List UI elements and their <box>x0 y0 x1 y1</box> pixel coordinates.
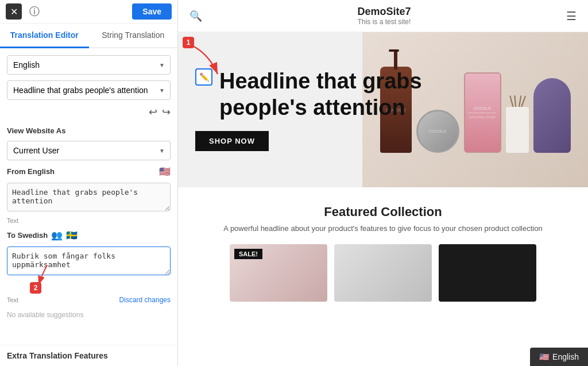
site-subtitle: This is a test site! <box>202 18 566 26</box>
tabs-container: Translation Editor String Translation <box>0 24 177 48</box>
english-flag-icon: 🇺🇸 <box>539 352 549 361</box>
product-card-2[interactable] <box>334 244 432 302</box>
product-card-1[interactable]: SALE! <box>230 244 327 302</box>
redo-button[interactable]: ↪ <box>162 106 171 118</box>
to-swedish-textarea[interactable]: Rubrik som fångar folks uppmärksamhet <box>7 246 171 275</box>
people-icon: 👥 <box>51 230 63 241</box>
string-select[interactable]: Headline that grabs people's attention S… <box>7 80 171 100</box>
hamburger-icon[interactable]: ☰ <box>566 9 577 23</box>
left-panel: ✕ ⓘ Save Translation Editor String Trans… <box>0 0 178 366</box>
right-panel: 🔍 DemoSite7 This is a test site! ☰ 1 ✏️ … <box>178 0 588 366</box>
panel-header: ✕ ⓘ Save <box>0 0 177 24</box>
from-english-textarea[interactable]: Headline that grabs people's attention <box>7 183 171 211</box>
annotation-badge-1: 1 <box>183 37 194 48</box>
current-user-select[interactable]: Current User Guest Admin <box>7 141 171 160</box>
shop-now-button[interactable]: SHOP NOW <box>195 131 269 151</box>
from-english-label-text: From English <box>7 167 55 176</box>
undo-redo-toolbar: ↩ ↪ <box>7 106 171 118</box>
discard-changes-link[interactable]: Discard changes <box>119 296 171 304</box>
site-header: 🔍 DemoSite7 This is a test site! ☰ <box>178 0 588 32</box>
extra-features-label: Extra Translation Features <box>0 345 177 366</box>
featured-subtitle: A powerful headline about your product's… <box>189 224 577 233</box>
sale-badge: SALE! <box>234 249 262 259</box>
english-badge-label: English <box>552 352 579 361</box>
annotation-1-arrow <box>186 43 232 83</box>
to-swedish-label-text: To Swedish <box>7 231 48 240</box>
close-button[interactable]: ✕ <box>6 3 22 20</box>
from-english-header: From English 🇺🇸 <box>7 166 171 177</box>
panel-body: English Swedish French Headline that gra… <box>0 48 177 345</box>
no-suggestions-text: No available suggestions <box>7 311 171 319</box>
annotation-badge-2: 2 <box>30 282 41 294</box>
featured-title: Featured Collection <box>189 205 577 219</box>
discard-row: Text Discard changes <box>7 296 171 304</box>
info-button[interactable]: ⓘ <box>26 3 42 20</box>
hero-section: 1 ✏️ Headline that grabspeople's attenti… <box>178 32 588 187</box>
search-icon[interactable]: 🔍 <box>189 10 202 22</box>
swedish-flag-icon: 🇸🇪 <box>66 230 78 241</box>
english-badge[interactable]: 🇺🇸 English <box>530 348 588 366</box>
product-jar-tall: COCOLO NATURAL SOAP <box>464 72 501 153</box>
tab-translation-editor[interactable]: Translation Editor <box>0 24 89 48</box>
language-select[interactable]: English Swedish French <box>7 55 171 75</box>
annotation-2-wrapper: Rubrik som fångar folks uppmärksamhet 2 <box>7 246 171 278</box>
save-button[interactable]: Save <box>132 3 172 20</box>
hero-headline: Headline that grabspeople's attention <box>219 68 422 121</box>
tab-string-translation[interactable]: String Translation <box>89 24 178 48</box>
from-type-label: Text <box>7 217 171 224</box>
to-type-label: Text <box>7 296 18 303</box>
current-user-select-wrapper[interactable]: Current User Guest Admin <box>7 141 171 160</box>
featured-section: Featured Collection A powerful headline … <box>178 187 588 313</box>
to-swedish-header: To Swedish 👥 🇸🇪 <box>7 230 171 241</box>
us-flag-icon: 🇺🇸 <box>159 166 171 177</box>
product-grid: SALE! <box>189 244 577 302</box>
string-select-wrapper[interactable]: Headline that grabs people's attention S… <box>7 80 171 100</box>
product-lavender <box>533 78 571 153</box>
view-website-as-label: View Website As <box>7 126 171 135</box>
product-card-3[interactable] <box>439 244 536 302</box>
site-title-block: DemoSite7 This is a test site! <box>202 6 566 26</box>
undo-button[interactable]: ↩ <box>149 106 157 118</box>
annotation-1-badge-wrapper: 1 <box>183 37 194 48</box>
product-diffuser <box>506 90 529 153</box>
site-name: DemoSite7 <box>202 6 566 18</box>
language-select-wrapper[interactable]: English Swedish French <box>7 55 171 75</box>
